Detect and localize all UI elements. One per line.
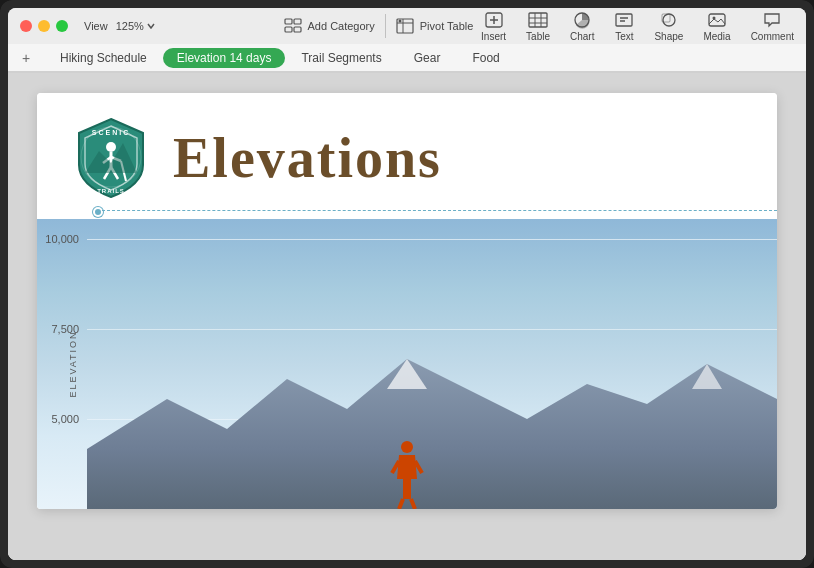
close-button[interactable]	[20, 20, 32, 32]
document-area: SCENIC TRAILS Elevations	[8, 73, 806, 560]
toolbar: View 125% Add Category	[8, 8, 806, 73]
svg-rect-0	[285, 19, 292, 24]
logo-svg: SCENIC TRAILS	[67, 113, 155, 201]
separator	[385, 14, 386, 38]
tabs-bar: + Hiking Schedule Elevation 14 days Trai…	[8, 44, 806, 72]
svg-point-7	[398, 20, 401, 23]
person-silhouette	[387, 439, 427, 509]
svg-line-38	[411, 499, 415, 509]
media-label: Media	[703, 31, 730, 42]
comment-icon	[762, 11, 782, 29]
svg-rect-1	[294, 19, 301, 24]
add-category-label[interactable]: Add Category	[308, 20, 375, 32]
minimize-button[interactable]	[38, 20, 50, 32]
view-label: View	[84, 20, 108, 32]
chart-area: 10,000 7,500 5,000 ELEVATION	[37, 219, 777, 509]
add-category-icon	[284, 18, 302, 34]
text-label: Text	[615, 31, 633, 42]
dashed-line	[97, 210, 777, 211]
y-label-10000: 10,000	[43, 233, 79, 245]
logo-area: SCENIC TRAILS	[67, 113, 157, 203]
table-button[interactable]: Table	[526, 11, 550, 42]
comment-button[interactable]: Comment	[751, 11, 794, 42]
chart-icon	[572, 11, 592, 29]
svg-point-20	[663, 14, 675, 26]
slide-header: SCENIC TRAILS Elevations	[37, 93, 777, 219]
svg-rect-2	[285, 27, 292, 32]
zoom-control[interactable]: 125%	[116, 20, 156, 32]
slide: SCENIC TRAILS Elevations	[37, 93, 777, 509]
svg-rect-22	[709, 14, 725, 26]
table-label: Table	[526, 31, 550, 42]
elevation-axis-label: ELEVATION	[68, 330, 78, 397]
device-frame: View 125% Add Category	[0, 0, 814, 568]
svg-line-37	[399, 499, 403, 509]
add-tab-button[interactable]: +	[16, 48, 36, 68]
chart-label: Chart	[570, 31, 594, 42]
tab-trail-segments[interactable]: Trail Segments	[285, 47, 397, 69]
svg-rect-3	[294, 27, 301, 32]
shape-label: Shape	[654, 31, 683, 42]
main-content: SCENIC TRAILS Elevations	[8, 73, 806, 560]
maximize-button[interactable]	[56, 20, 68, 32]
table-icon	[528, 11, 548, 29]
shape-button[interactable]: Shape	[654, 11, 683, 42]
pivot-table-icon	[396, 18, 414, 34]
app-window: View 125% Add Category	[8, 8, 806, 560]
slide-title: Elevations	[173, 127, 442, 189]
chart-button[interactable]: Chart	[570, 11, 594, 42]
tab-elevation-14-days[interactable]: Elevation 14 days	[163, 48, 286, 68]
insert-icon	[484, 11, 504, 29]
text-button[interactable]: Text	[614, 11, 634, 42]
zoom-value: 125%	[116, 20, 144, 32]
comment-label: Comment	[751, 31, 794, 42]
window-controls	[20, 20, 68, 32]
tab-hiking-schedule[interactable]: Hiking Schedule	[44, 47, 163, 69]
insert-button[interactable]: Insert	[481, 11, 506, 42]
mountain-svg	[87, 309, 777, 509]
shape-icon	[659, 11, 679, 29]
dot-handle	[93, 207, 103, 217]
media-icon	[707, 11, 727, 29]
chevron-down-icon	[146, 21, 156, 31]
svg-rect-11	[529, 13, 547, 27]
svg-text:TRAILS: TRAILS	[97, 188, 125, 194]
tab-food[interactable]: Food	[456, 47, 515, 69]
svg-rect-17	[616, 14, 632, 26]
svg-point-24	[106, 142, 116, 152]
y-label-5000: 5,000	[43, 413, 79, 425]
text-icon	[614, 11, 634, 29]
pivot-table-label[interactable]: Pivot Table	[420, 20, 474, 32]
svg-point-34	[401, 441, 413, 453]
toolbar-right: Insert Table	[481, 11, 794, 42]
insert-label: Insert	[481, 31, 506, 42]
title-area: Elevations	[173, 126, 442, 190]
tab-gear[interactable]: Gear	[398, 47, 457, 69]
media-button[interactable]: Media	[703, 11, 730, 42]
grid-line-10000	[87, 239, 777, 240]
